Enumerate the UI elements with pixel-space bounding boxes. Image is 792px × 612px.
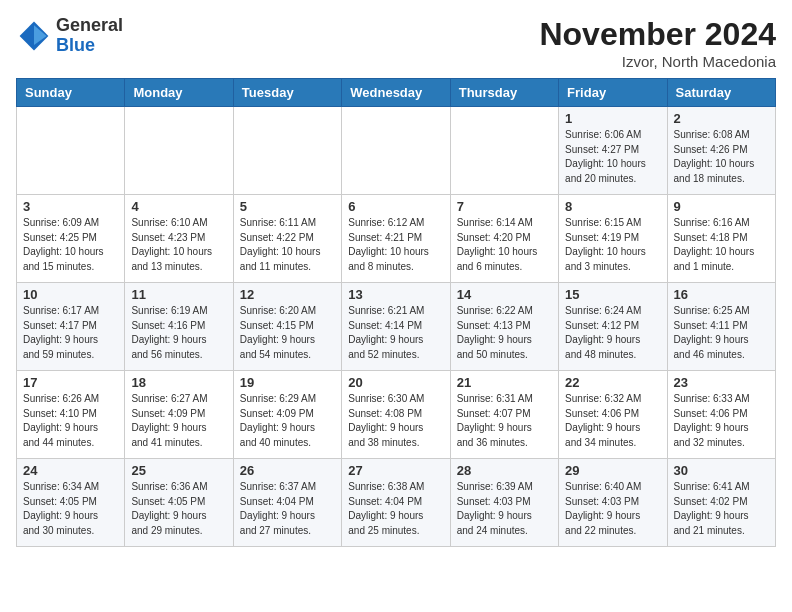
day-info: Sunrise: 6:30 AM Sunset: 4:08 PM Dayligh… <box>348 392 443 450</box>
day-number: 22 <box>565 375 660 390</box>
calendar-cell <box>17 107 125 195</box>
calendar-cell: 22Sunrise: 6:32 AM Sunset: 4:06 PM Dayli… <box>559 371 667 459</box>
calendar-cell: 21Sunrise: 6:31 AM Sunset: 4:07 PM Dayli… <box>450 371 558 459</box>
calendar-cell: 13Sunrise: 6:21 AM Sunset: 4:14 PM Dayli… <box>342 283 450 371</box>
calendar-cell: 1Sunrise: 6:06 AM Sunset: 4:27 PM Daylig… <box>559 107 667 195</box>
day-number: 16 <box>674 287 769 302</box>
day-number: 25 <box>131 463 226 478</box>
calendar-cell <box>125 107 233 195</box>
day-number: 6 <box>348 199 443 214</box>
day-info: Sunrise: 6:37 AM Sunset: 4:04 PM Dayligh… <box>240 480 335 538</box>
day-info: Sunrise: 6:26 AM Sunset: 4:10 PM Dayligh… <box>23 392 118 450</box>
day-number: 4 <box>131 199 226 214</box>
calendar-cell: 29Sunrise: 6:40 AM Sunset: 4:03 PM Dayli… <box>559 459 667 547</box>
day-number: 30 <box>674 463 769 478</box>
day-info: Sunrise: 6:24 AM Sunset: 4:12 PM Dayligh… <box>565 304 660 362</box>
day-info: Sunrise: 6:16 AM Sunset: 4:18 PM Dayligh… <box>674 216 769 274</box>
day-info: Sunrise: 6:38 AM Sunset: 4:04 PM Dayligh… <box>348 480 443 538</box>
calendar-cell: 8Sunrise: 6:15 AM Sunset: 4:19 PM Daylig… <box>559 195 667 283</box>
header-sunday: Sunday <box>17 79 125 107</box>
calendar-cell: 24Sunrise: 6:34 AM Sunset: 4:05 PM Dayli… <box>17 459 125 547</box>
header-wednesday: Wednesday <box>342 79 450 107</box>
day-number: 29 <box>565 463 660 478</box>
day-info: Sunrise: 6:17 AM Sunset: 4:17 PM Dayligh… <box>23 304 118 362</box>
day-info: Sunrise: 6:32 AM Sunset: 4:06 PM Dayligh… <box>565 392 660 450</box>
week-row-2: 3Sunrise: 6:09 AM Sunset: 4:25 PM Daylig… <box>17 195 776 283</box>
week-row-1: 1Sunrise: 6:06 AM Sunset: 4:27 PM Daylig… <box>17 107 776 195</box>
day-info: Sunrise: 6:19 AM Sunset: 4:16 PM Dayligh… <box>131 304 226 362</box>
day-info: Sunrise: 6:10 AM Sunset: 4:23 PM Dayligh… <box>131 216 226 274</box>
calendar-cell: 14Sunrise: 6:22 AM Sunset: 4:13 PM Dayli… <box>450 283 558 371</box>
day-info: Sunrise: 6:14 AM Sunset: 4:20 PM Dayligh… <box>457 216 552 274</box>
calendar-cell: 15Sunrise: 6:24 AM Sunset: 4:12 PM Dayli… <box>559 283 667 371</box>
calendar-cell: 7Sunrise: 6:14 AM Sunset: 4:20 PM Daylig… <box>450 195 558 283</box>
day-info: Sunrise: 6:20 AM Sunset: 4:15 PM Dayligh… <box>240 304 335 362</box>
day-info: Sunrise: 6:41 AM Sunset: 4:02 PM Dayligh… <box>674 480 769 538</box>
day-number: 7 <box>457 199 552 214</box>
header-tuesday: Tuesday <box>233 79 341 107</box>
day-info: Sunrise: 6:31 AM Sunset: 4:07 PM Dayligh… <box>457 392 552 450</box>
week-row-5: 24Sunrise: 6:34 AM Sunset: 4:05 PM Dayli… <box>17 459 776 547</box>
day-number: 28 <box>457 463 552 478</box>
calendar-cell: 5Sunrise: 6:11 AM Sunset: 4:22 PM Daylig… <box>233 195 341 283</box>
day-number: 5 <box>240 199 335 214</box>
month-title: November 2024 <box>539 16 776 53</box>
calendar-cell: 26Sunrise: 6:37 AM Sunset: 4:04 PM Dayli… <box>233 459 341 547</box>
logo-blue: Blue <box>56 36 123 56</box>
header-row: SundayMondayTuesdayWednesdayThursdayFrid… <box>17 79 776 107</box>
calendar-cell: 6Sunrise: 6:12 AM Sunset: 4:21 PM Daylig… <box>342 195 450 283</box>
calendar-cell <box>450 107 558 195</box>
calendar-cell: 2Sunrise: 6:08 AM Sunset: 4:26 PM Daylig… <box>667 107 775 195</box>
header-monday: Monday <box>125 79 233 107</box>
day-info: Sunrise: 6:12 AM Sunset: 4:21 PM Dayligh… <box>348 216 443 274</box>
day-info: Sunrise: 6:08 AM Sunset: 4:26 PM Dayligh… <box>674 128 769 186</box>
day-info: Sunrise: 6:15 AM Sunset: 4:19 PM Dayligh… <box>565 216 660 274</box>
day-number: 21 <box>457 375 552 390</box>
logo-text: General Blue <box>56 16 123 56</box>
calendar-cell: 18Sunrise: 6:27 AM Sunset: 4:09 PM Dayli… <box>125 371 233 459</box>
subtitle: Izvor, North Macedonia <box>539 53 776 70</box>
calendar-header: SundayMondayTuesdayWednesdayThursdayFrid… <box>17 79 776 107</box>
calendar-cell: 9Sunrise: 6:16 AM Sunset: 4:18 PM Daylig… <box>667 195 775 283</box>
day-number: 3 <box>23 199 118 214</box>
day-info: Sunrise: 6:22 AM Sunset: 4:13 PM Dayligh… <box>457 304 552 362</box>
day-number: 20 <box>348 375 443 390</box>
calendar-cell: 12Sunrise: 6:20 AM Sunset: 4:15 PM Dayli… <box>233 283 341 371</box>
day-number: 12 <box>240 287 335 302</box>
calendar-cell: 17Sunrise: 6:26 AM Sunset: 4:10 PM Dayli… <box>17 371 125 459</box>
logo-icon <box>16 18 52 54</box>
calendar-cell: 10Sunrise: 6:17 AM Sunset: 4:17 PM Dayli… <box>17 283 125 371</box>
day-info: Sunrise: 6:39 AM Sunset: 4:03 PM Dayligh… <box>457 480 552 538</box>
week-row-4: 17Sunrise: 6:26 AM Sunset: 4:10 PM Dayli… <box>17 371 776 459</box>
calendar-cell: 25Sunrise: 6:36 AM Sunset: 4:05 PM Dayli… <box>125 459 233 547</box>
calendar-cell: 30Sunrise: 6:41 AM Sunset: 4:02 PM Dayli… <box>667 459 775 547</box>
day-number: 2 <box>674 111 769 126</box>
day-info: Sunrise: 6:06 AM Sunset: 4:27 PM Dayligh… <box>565 128 660 186</box>
logo-general: General <box>56 16 123 36</box>
calendar-cell: 3Sunrise: 6:09 AM Sunset: 4:25 PM Daylig… <box>17 195 125 283</box>
day-info: Sunrise: 6:21 AM Sunset: 4:14 PM Dayligh… <box>348 304 443 362</box>
day-info: Sunrise: 6:29 AM Sunset: 4:09 PM Dayligh… <box>240 392 335 450</box>
day-info: Sunrise: 6:11 AM Sunset: 4:22 PM Dayligh… <box>240 216 335 274</box>
day-number: 23 <box>674 375 769 390</box>
week-row-3: 10Sunrise: 6:17 AM Sunset: 4:17 PM Dayli… <box>17 283 776 371</box>
calendar-body: 1Sunrise: 6:06 AM Sunset: 4:27 PM Daylig… <box>17 107 776 547</box>
day-number: 15 <box>565 287 660 302</box>
day-number: 10 <box>23 287 118 302</box>
calendar-table: SundayMondayTuesdayWednesdayThursdayFrid… <box>16 78 776 547</box>
day-number: 8 <box>565 199 660 214</box>
day-number: 11 <box>131 287 226 302</box>
day-info: Sunrise: 6:27 AM Sunset: 4:09 PM Dayligh… <box>131 392 226 450</box>
title-area: November 2024 Izvor, North Macedonia <box>539 16 776 70</box>
day-number: 27 <box>348 463 443 478</box>
day-number: 17 <box>23 375 118 390</box>
day-number: 24 <box>23 463 118 478</box>
calendar-cell: 11Sunrise: 6:19 AM Sunset: 4:16 PM Dayli… <box>125 283 233 371</box>
calendar-cell: 4Sunrise: 6:10 AM Sunset: 4:23 PM Daylig… <box>125 195 233 283</box>
calendar-cell <box>342 107 450 195</box>
header-saturday: Saturday <box>667 79 775 107</box>
day-number: 18 <box>131 375 226 390</box>
calendar-cell: 23Sunrise: 6:33 AM Sunset: 4:06 PM Dayli… <box>667 371 775 459</box>
logo: General Blue <box>16 16 123 56</box>
day-info: Sunrise: 6:09 AM Sunset: 4:25 PM Dayligh… <box>23 216 118 274</box>
